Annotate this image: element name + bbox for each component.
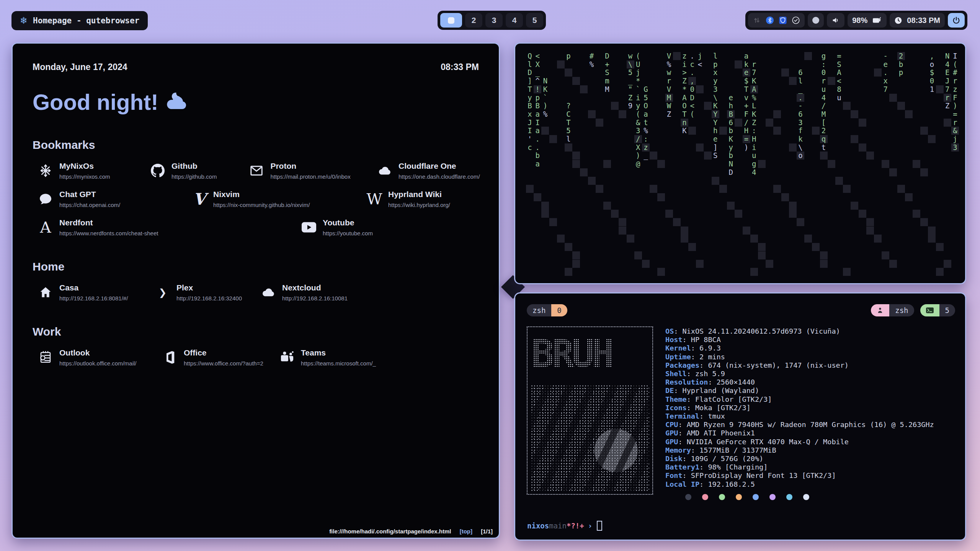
matrix-trail-block xyxy=(843,268,851,276)
fetch-info-line: Icons: Moka [GTK2/3] xyxy=(665,404,934,412)
bookmark-proton[interactable]: Protonhttps://mail.proton.me/u/0/inbox xyxy=(243,161,372,180)
bookmark-url: http://192.168.2.16:8081/#/ xyxy=(59,295,128,302)
matrix-trail-block xyxy=(889,260,897,268)
matrix-trail-block xyxy=(657,193,665,201)
workspace-button-4[interactable]: 4 xyxy=(506,13,523,28)
bookmark-nextcloud[interactable]: Nextcloudhttp://192.168.2.16:10081 xyxy=(255,283,363,302)
startpage-date: Monday, June 17, 2024 xyxy=(33,62,127,72)
qutebrowser-window[interactable]: Monday, June 17, 2024 08:33 PM Good nigh… xyxy=(11,42,500,539)
cmatrix-rain: QlD]TyBxJI'c<X_^!pBaIa..baNK`)%p?CT5l#%D… xyxy=(515,44,965,283)
matrix-character-stream: (Uj*`iy(&3/X)@ xyxy=(634,52,642,168)
bookmark-github[interactable]: Githubhttps://github.com xyxy=(145,161,243,180)
matrix-trail-block xyxy=(665,210,673,218)
prompt-host: nixos xyxy=(527,522,549,530)
bookmark-nerdfont[interactable]: ANerdfonthttps://www.nerdfonts.com/cheat… xyxy=(33,218,296,236)
matrix-trail-block xyxy=(681,235,688,243)
matrix-trail-block xyxy=(874,68,882,77)
fetch-terminal-window[interactable]: zsh0 zsh5 BRUH OS: NixOS 24.11.20240612.… xyxy=(514,292,966,541)
matrix-character-stream: ?CT5l xyxy=(565,102,572,143)
matrix-trail-block xyxy=(727,202,735,210)
fetch-key: Resolution xyxy=(665,378,708,386)
power-button[interactable] xyxy=(948,13,965,28)
tray-battery[interactable]: 98% xyxy=(848,13,887,28)
matrix-character-stream: <X_^!pBaIa..ba xyxy=(534,52,541,168)
fetch-info-line: Memory: 1577MiB / 31377MiB xyxy=(665,446,934,455)
matrix-character-stream: #% xyxy=(588,52,596,68)
bookmark-hyprland-wiki[interactable]: WHyprland Wikihttps://wiki.hyprland.org/ xyxy=(361,190,469,208)
teams-icon xyxy=(279,350,295,365)
matrix-trail-block xyxy=(920,218,928,226)
terminal-color-palette xyxy=(685,494,809,500)
letter-a-icon: A xyxy=(38,220,53,235)
matrix-trail-block xyxy=(773,185,781,193)
matrix-trail-block xyxy=(588,177,596,185)
matrix-trail-block xyxy=(889,94,897,102)
matrix-trail-block xyxy=(781,193,789,201)
section-title-work: Work xyxy=(33,325,479,338)
prompt-git-branch: main xyxy=(549,522,567,530)
terminal-cursor xyxy=(597,521,602,531)
matrix-character-stream: r7KA%LKZ:Hiug4 xyxy=(750,60,758,177)
matrix-trail-block xyxy=(758,160,766,168)
startpage-clock: 08:33 PM xyxy=(441,62,479,72)
tray-status-icons[interactable] xyxy=(748,13,805,28)
person-icon xyxy=(871,304,889,316)
matrix-trail-block xyxy=(866,227,874,235)
bookmark-casa[interactable]: Casahttp://192.168.2.16:8081/#/ xyxy=(33,283,150,302)
matrix-trail-block xyxy=(828,77,835,85)
palette-dot xyxy=(702,494,708,500)
workspace-button-3[interactable]: 3 xyxy=(485,13,503,28)
bookmark-plex[interactable]: ❯Plexhttp://192.168.2.16:32400 xyxy=(150,283,255,302)
tray-indicator[interactable] xyxy=(808,13,824,28)
fetch-value: NVIDIA GeForce RTX 4070 Max-Q / Mobile xyxy=(687,438,849,446)
tray-volume[interactable] xyxy=(827,13,844,28)
check-circle-icon xyxy=(792,16,800,24)
bookmark-outlook[interactable]: Outlookhttps://outlook.office.com/mail/ xyxy=(33,348,157,367)
matrix-character-stream: ,o$01 xyxy=(928,52,936,94)
bookmark-youtube[interactable]: Youtubehttps://youtube.com xyxy=(296,218,403,236)
fetch-value: AMD Ryzen 9 7940HS w/ Radeon 780M Graphi… xyxy=(687,421,934,429)
section-title-home: Home xyxy=(33,260,479,273)
bookmark-cloudflare-one[interactable]: Cloudflare Onehttps://one.dash.cloudflar… xyxy=(372,161,479,180)
fetch-value: FlatColor [GTK2/3] xyxy=(695,395,772,403)
matrix-trail-block xyxy=(565,68,572,77)
matrix-character-stream: zi>Z*AOTnK xyxy=(681,52,688,135)
prompt-arrow: › xyxy=(588,522,592,530)
bookmark-name: Casa xyxy=(59,283,128,292)
battery-charging-icon xyxy=(872,16,882,24)
bookmark-nixvim[interactable]: VNixvimhttps://nix-community.github.io/n… xyxy=(186,190,361,208)
matrix-trail-block xyxy=(804,52,812,60)
workspace-button-1[interactable] xyxy=(440,13,462,28)
bookmark-url: http://192.168.2.16:10081 xyxy=(282,295,348,302)
bookmark-row: ANerdfonthttps://www.nerdfonts.com/cheat… xyxy=(33,218,479,236)
workspace-button-2[interactable]: 2 xyxy=(465,13,482,28)
bookmark-name: Teams xyxy=(301,348,376,357)
tmux-segment: zsh xyxy=(527,304,551,316)
matrix-trail-block xyxy=(866,152,874,160)
matrix-trail-block xyxy=(859,119,866,127)
matrix-character-stream: g:0ru4/M[2qt xyxy=(820,52,828,152)
matrix-trail-block xyxy=(920,127,928,135)
bookmark-name: MyNixOs xyxy=(59,161,110,171)
shell-prompt[interactable]: nixos main *?!+ › xyxy=(527,521,602,531)
matrix-character-stream: 2bp xyxy=(897,52,905,77)
tray-clock[interactable]: 08:33 PM xyxy=(890,13,945,28)
bookmark-name: Outlook xyxy=(59,348,136,357)
ascii-art-word: BRUH xyxy=(531,331,649,377)
matrix-character-stream: =SA<8u xyxy=(835,52,843,102)
matrix-trail-block xyxy=(882,251,889,259)
matrix-trail-block xyxy=(596,119,603,127)
bookmark-teams[interactable]: Teamshttps://teams.microsoft.com/_ xyxy=(274,348,381,367)
matrix-trail-block xyxy=(673,52,681,60)
bookmark-office[interactable]: Officehttps://www.office.com/?auth=2 xyxy=(157,348,274,367)
matrix-terminal-window[interactable]: QlD]TyBxJI'c<X_^!pBaIa..baNK`)%p?CT5l#%D… xyxy=(514,42,966,284)
matrix-trail-block xyxy=(565,243,572,251)
focused-window-title-pill: ❄ Homepage - qutebrowser xyxy=(11,11,148,30)
workspace-button-5[interactable]: 5 xyxy=(526,13,543,28)
fetch-value: 98% [Charging] xyxy=(708,463,768,471)
bookmark-mynixos[interactable]: MyNixOshttps://mynixos.com xyxy=(33,161,145,180)
matrix-trail-block xyxy=(642,260,650,268)
matrix-character-stream: p xyxy=(565,52,572,60)
bookmark-chat-gpt[interactable]: Chat GPThttps://chat.openai.com/ xyxy=(33,190,186,208)
matrix-trail-block xyxy=(936,243,944,251)
